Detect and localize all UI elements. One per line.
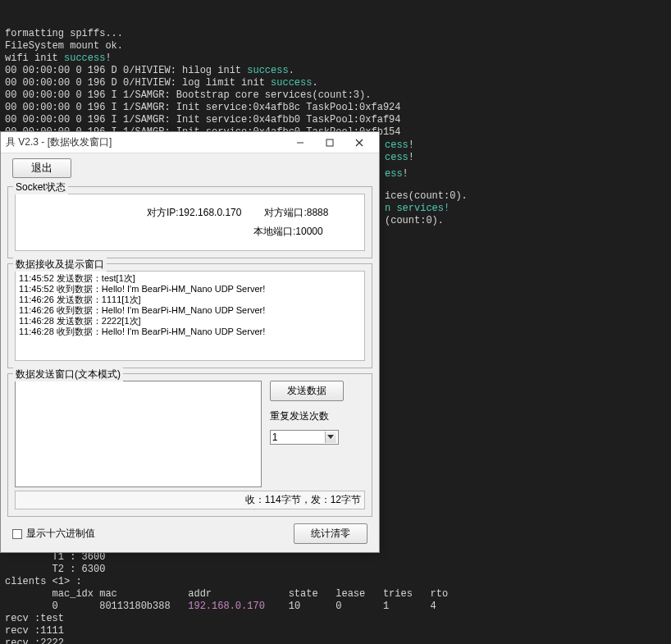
recv-log-line: 11:46:26 发送数据：1111[1次] bbox=[19, 295, 361, 305]
send-legend: 数据发送窗口(文本模式) bbox=[13, 368, 123, 381]
byte-counter: 收：114字节，发：12字节 bbox=[15, 491, 365, 509]
chevron-down-icon bbox=[325, 432, 336, 443]
hex-display-checkbox[interactable]: 显示十六进制值 bbox=[12, 527, 95, 541]
window-controls bbox=[285, 133, 374, 153]
repeat-count-select[interactable]: 1 bbox=[270, 430, 339, 445]
maximize-button[interactable] bbox=[315, 133, 345, 153]
svg-rect-1 bbox=[326, 139, 333, 146]
peer-ip-label: 对方IP:192.168.0.170 bbox=[147, 206, 241, 220]
socket-status-group: Socket状态 对方IP:192.168.0.170 对方端口:8888 本地… bbox=[7, 186, 372, 258]
recv-log-line: 11:45:52 发送数据：test[1次] bbox=[19, 273, 361, 284]
checkbox-icon bbox=[12, 529, 22, 539]
send-group: 数据发送窗口(文本模式) 发送数据 重复发送次数 1 收：114字节，发：12字… bbox=[7, 373, 372, 517]
repeat-count-label: 重复发送次数 bbox=[270, 409, 329, 423]
hex-checkbox-label: 显示十六进制值 bbox=[26, 527, 95, 541]
send-button[interactable]: 发送数据 bbox=[270, 381, 344, 401]
receive-log-legend: 数据接收及提示窗口 bbox=[13, 258, 107, 272]
peer-port-label: 对方端口:8888 bbox=[264, 206, 328, 220]
send-textarea[interactable] bbox=[15, 381, 262, 487]
dialog-title: 具 V2.3 - [数据收发窗口] bbox=[6, 135, 112, 149]
minimize-button[interactable] bbox=[285, 133, 315, 153]
stats-clear-button[interactable]: 统计清零 bbox=[294, 523, 367, 544]
data-transfer-dialog: 具 V2.3 - [数据收发窗口] 退出 Socket状态 对方IP:192.1… bbox=[0, 131, 380, 553]
socket-status-legend: Socket状态 bbox=[13, 180, 68, 194]
svg-marker-4 bbox=[327, 435, 334, 439]
close-button[interactable] bbox=[345, 133, 374, 153]
recv-log-line: 11:45:52 收到数据：Hello! I'm BearPi-HM_Nano … bbox=[19, 284, 361, 295]
recv-log-line: 11:46:28 发送数据：2222[1次] bbox=[19, 316, 361, 327]
recv-log-line: 11:46:28 收到数据：Hello! I'm BearPi-HM_Nano … bbox=[19, 327, 361, 337]
local-port-label: 本地端口:10000 bbox=[253, 225, 323, 239]
repeat-value: 1 bbox=[272, 432, 278, 443]
dialog-titlebar[interactable]: 具 V2.3 - [数据收发窗口] bbox=[1, 132, 379, 153]
receive-log-group: 数据接收及提示窗口 11:45:52 发送数据：test[1次]11:45:52… bbox=[7, 263, 372, 368]
recv-log-line: 11:46:26 收到数据：Hello! I'm BearPi-HM_Nano … bbox=[19, 305, 361, 316]
receive-log[interactable]: 11:45:52 发送数据：test[1次]11:45:52 收到数据：Hell… bbox=[15, 271, 365, 361]
exit-button[interactable]: 退出 bbox=[12, 158, 71, 178]
